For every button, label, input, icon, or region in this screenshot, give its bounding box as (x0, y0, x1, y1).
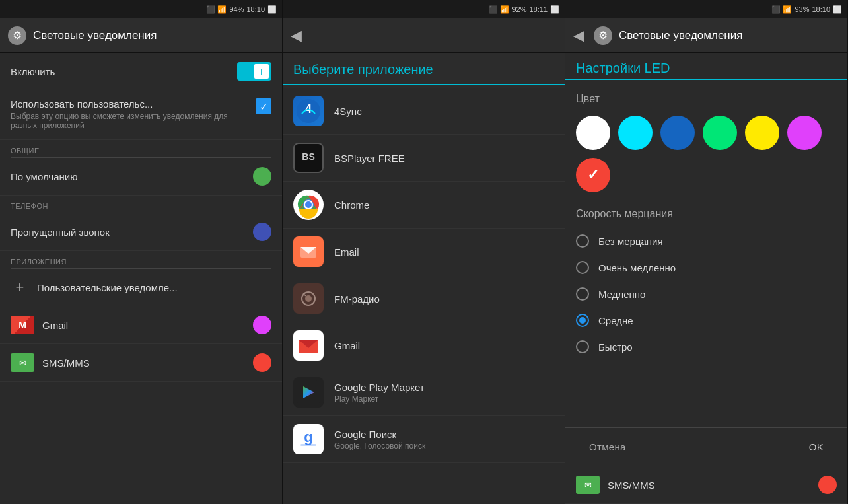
default-color-dot (253, 167, 271, 186)
sms-dot (253, 353, 271, 372)
color-magenta[interactable] (787, 116, 822, 150)
gear-icon-3: ⚙ (594, 26, 612, 45)
icon-bsplayer: BS (293, 143, 324, 173)
color-green[interactable] (703, 116, 737, 150)
panel-led-settings: ⬛ 📶 93% 18:10 ⬜ ◀ ⚙ Световые уведомления… (565, 0, 848, 504)
app-item-email[interactable]: Email (283, 229, 565, 275)
screenshot-icon-1: ⬜ (267, 5, 277, 14)
app-item-gmail[interactable]: Gmail (283, 322, 565, 369)
gear-icon-1: ⚙ (8, 26, 26, 45)
color-cyan[interactable] (618, 116, 653, 150)
radio-fast[interactable]: Быстро (565, 334, 847, 360)
radio-btn-medium[interactable] (576, 314, 589, 327)
app-item-googlesearch[interactable]: g Google Поиск Google, Голосовой поиск (283, 416, 565, 463)
gmail-list-icon: M (11, 316, 34, 334)
gmail-dot (253, 316, 271, 334)
panel1-content: Включить I Использовать пользовательс...… (0, 53, 282, 504)
status-bar-1: ⬛ 📶 94% 18:10 ⬜ (0, 0, 282, 18)
panel-title-3: Световые уведомления (619, 29, 742, 42)
app-name-bsplayer: BSPlayer FREE (334, 153, 405, 164)
blink-label: Скорость мерцания (565, 203, 847, 228)
missed-call-row[interactable]: Пропущенный звонок (0, 213, 282, 251)
default-row[interactable]: По умолчанию (0, 158, 282, 196)
app-item-4sync[interactable]: 4 4Sync (283, 88, 565, 135)
svg-point-9 (305, 201, 312, 208)
panel-light-notifications: ⬛ 📶 94% 18:10 ⬜ ⚙ Световые уведомления В… (0, 0, 283, 504)
status-bar-3: ⬛ 📶 93% 18:10 ⬜ (565, 0, 847, 18)
time-1: 18:10 (246, 5, 265, 13)
battery-3: 93% (795, 5, 809, 13)
icon-gmail (293, 330, 324, 361)
svg-text:g: g (304, 429, 312, 445)
app-item-playstore[interactable]: Google Play Маркет Play Маркет (283, 369, 565, 416)
section-general: ОБЩИЕ (0, 140, 282, 157)
app-name-email: Email (334, 246, 359, 258)
app-name-4sync: 4Sync (334, 106, 362, 117)
notification-icons-1: ⬛ 📶 (206, 5, 227, 14)
app-item-chrome[interactable]: Chrome (283, 182, 565, 229)
toggle-thumb: I (254, 64, 269, 79)
radio-medium[interactable]: Средне (565, 307, 847, 334)
app-name-gmail: Gmail (334, 340, 360, 351)
panel-app-picker: ⬛ 📶 92% 18:11 ⬜ ◀ Выберите приложение 4 … (283, 0, 565, 504)
svg-text:4: 4 (305, 102, 312, 116)
radio-slow[interactable]: Медленно (565, 281, 847, 307)
radio-none[interactable]: Без мерцания (565, 228, 847, 254)
bottom-sms-label: SMS/MMS (608, 480, 818, 491)
color-blue[interactable] (660, 116, 695, 150)
back-arrow-3[interactable]: ◀ (573, 27, 584, 44)
radio-btn-slow[interactable] (576, 287, 589, 301)
color-label: Цвет (565, 83, 847, 110)
radio-label-medium: Средне (598, 315, 633, 326)
bottom-sms-row[interactable]: ✉ SMS/MMS (565, 466, 847, 504)
section-apps: ПРИЛОЖЕНИЯ (0, 251, 282, 268)
panel3-content: Цвет Скорость мерцания Без мерцания Очен… (565, 83, 847, 504)
radio-label-fast: Быстро (598, 342, 633, 353)
missed-call-dot (253, 223, 271, 241)
color-red[interactable] (576, 158, 610, 192)
svg-point-15 (305, 295, 312, 302)
color-yellow[interactable] (745, 116, 779, 150)
sms-app-label: SMS/MMS (42, 357, 253, 369)
blue-underline (283, 84, 565, 85)
enable-row[interactable]: Включить I (0, 53, 282, 90)
enable-toggle[interactable]: I (237, 62, 271, 81)
sms-app-row[interactable]: ✉ SMS/MMS (0, 344, 282, 382)
battery-2: 92% (512, 5, 526, 13)
app-item-bsplayer[interactable]: BS BSPlayer FREE (283, 135, 565, 182)
panel-title-1: Световые уведомления (33, 29, 157, 42)
icon-fmradio (293, 283, 324, 314)
ok-button[interactable]: OK (801, 437, 831, 456)
cancel-button[interactable]: Отмена (581, 437, 634, 456)
radio-very-slow[interactable]: Очень медленно (565, 254, 847, 281)
custom-row[interactable]: Использовать пользовательс... Выбрав эту… (0, 90, 282, 140)
enable-label: Включить (11, 66, 237, 77)
time-2: 18:11 (529, 5, 548, 13)
add-custom-row[interactable]: + Пользовательские уведомле... (0, 269, 282, 306)
dialog-buttons: Отмена OK (565, 427, 847, 466)
back-arrow-2[interactable]: ◀ (291, 27, 302, 44)
radio-btn-none[interactable] (576, 234, 589, 248)
app-subname-playstore: Play Маркет (334, 394, 425, 404)
gmail-app-row[interactable]: M Gmail (0, 306, 282, 344)
default-label: По умолчанию (11, 171, 253, 182)
color-picker (565, 110, 847, 203)
notification-icons-2: ⬛ 📶 (489, 5, 509, 14)
battery-1: 94% (229, 5, 244, 13)
radio-label-very-slow: Очень медленно (598, 262, 676, 273)
app-list: 4 4Sync BS BSPlayer FREE (283, 88, 565, 504)
icon-googlesearch: g (293, 424, 324, 454)
status-bar-2: ⬛ 📶 92% 18:11 ⬜ (283, 0, 565, 18)
custom-label: Использовать пользовательс... (11, 98, 256, 110)
app-item-fmradio[interactable]: FM-радио (283, 275, 565, 322)
icon-email (293, 236, 324, 267)
bottom-sms-icon: ✉ (576, 476, 600, 494)
led-title: Настройки LED (576, 61, 670, 75)
custom-checkbox[interactable]: ✓ (256, 98, 271, 114)
app-name-fmradio: FM-радио (334, 293, 380, 305)
radio-btn-fast[interactable] (576, 340, 589, 353)
radio-btn-very-slow[interactable] (576, 261, 589, 274)
icon-4sync: 4 (293, 96, 324, 126)
color-white[interactable] (576, 116, 610, 150)
header-2: ◀ (283, 18, 565, 53)
